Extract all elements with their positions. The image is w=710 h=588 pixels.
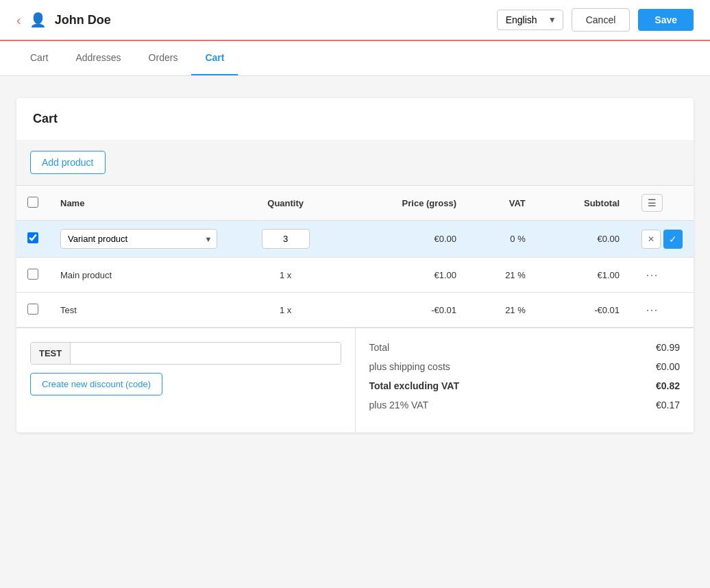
- col-price-header: Price (gross): [343, 186, 467, 221]
- shipping-value: €0.00: [656, 361, 680, 372]
- language-select[interactable]: English German French: [497, 10, 563, 30]
- row2-name-cell: Main product: [49, 258, 228, 293]
- row2-subtotal: €1.00: [597, 270, 620, 280]
- save-button[interactable]: Save: [638, 9, 694, 31]
- language-selector-wrapper: English German French ▼: [497, 10, 563, 30]
- header: ‹ 👤 John Doe English German French ▼ Can…: [0, 0, 710, 41]
- row1-price-cell: €0.00: [343, 221, 467, 258]
- col-quantity-header: Quantity: [228, 186, 343, 221]
- row3-checkbox[interactable]: [27, 304, 38, 315]
- back-button[interactable]: ‹: [16, 12, 21, 28]
- row1-checkbox-cell: [16, 221, 49, 258]
- total-excl-vat-value: €0.82: [656, 380, 680, 391]
- row1-actions-cell: ✕ ✓: [631, 221, 694, 258]
- row1-action-buttons: ✕ ✓: [641, 230, 683, 249]
- header-right: English German French ▼ Cancel Save: [497, 8, 694, 32]
- row2-quantity-cell: 1 x: [228, 258, 343, 293]
- row3-quantity: 1 x: [280, 305, 291, 315]
- row3-vat: 21 %: [505, 305, 526, 315]
- cancel-button[interactable]: Cancel: [572, 8, 631, 32]
- table-header-row: Name Quantity Price (gross) VAT Subtotal…: [16, 186, 694, 221]
- row1-price: €0.00: [434, 234, 457, 244]
- row1-subtotal-cell: €0.00: [537, 221, 631, 258]
- create-discount-button[interactable]: Create new discount (code): [30, 373, 162, 395]
- discount-code-input[interactable]: [71, 343, 340, 364]
- row2-vat: 21 %: [505, 270, 526, 280]
- row3-name-cell: Test: [49, 293, 228, 328]
- row3-more-button[interactable]: ⋯: [641, 301, 662, 319]
- row3-quantity-cell: 1 x: [228, 293, 343, 328]
- row1-cancel-button[interactable]: ✕: [641, 230, 661, 249]
- row2-price: €1.00: [434, 270, 457, 280]
- total-excl-vat-label: Total excluding VAT: [369, 380, 459, 391]
- row2-name: Main product: [60, 270, 112, 280]
- tab-addresses[interactable]: Addresses: [62, 41, 134, 75]
- row1-confirm-button[interactable]: ✓: [663, 230, 683, 249]
- row3-price: -€0.01: [431, 305, 456, 315]
- user-icon: 👤: [29, 12, 47, 28]
- discount-section: TEST Create new discount (code): [16, 328, 356, 432]
- vat-row: plus 21% VAT €0.17: [369, 400, 681, 411]
- cart-footer: TEST Create new discount (code) Total €0…: [16, 328, 694, 432]
- row3-subtotal-cell: -€0.01: [537, 293, 631, 328]
- tab-orders[interactable]: Orders: [135, 41, 192, 75]
- row2-checkbox[interactable]: [27, 269, 38, 280]
- row3-checkbox-cell: [16, 293, 49, 328]
- tab-bar: Cart Addresses Orders Cart: [0, 41, 710, 76]
- row2-more-button[interactable]: ⋯: [641, 266, 662, 284]
- row1-vat-cell: 0 %: [467, 221, 537, 258]
- column-options-button[interactable]: ☰: [641, 194, 663, 212]
- header-left: ‹ 👤 John Doe: [16, 12, 486, 28]
- row3-vat-cell: 21 %: [467, 293, 537, 328]
- row1-subtotal: €0.00: [597, 234, 620, 244]
- page-title: John Doe: [55, 13, 111, 27]
- row1-name-cell: Variant product ▼: [49, 221, 228, 258]
- cart-toolbar: Add product: [16, 140, 694, 185]
- table-row: Variant product ▼ €0.00 0 %: [16, 221, 694, 258]
- main-content: Cart Add product Name Quantity Price (gr…: [0, 76, 710, 454]
- table-row: Test 1 x -€0.01 21 % -€0.01 ⋯: [16, 293, 694, 328]
- col-name-header: Name: [49, 186, 228, 221]
- col-subtotal-header: Subtotal: [537, 186, 631, 221]
- cart-title: Cart: [16, 98, 694, 140]
- shipping-label: plus shipping costs: [369, 361, 450, 372]
- row2-checkbox-cell: [16, 258, 49, 293]
- add-product-button[interactable]: Add product: [30, 151, 106, 174]
- total-row: Total €0.99: [369, 342, 681, 353]
- cart-table: Name Quantity Price (gross) VAT Subtotal…: [16, 185, 694, 328]
- shipping-row: plus shipping costs €0.00: [369, 361, 681, 372]
- col-checkbox-header: [16, 186, 49, 221]
- row2-vat-cell: 21 %: [467, 258, 537, 293]
- table-row: Main product 1 x €1.00 21 % €1.00: [16, 258, 694, 293]
- col-options-header: ☰: [631, 186, 694, 221]
- row1-quantity-cell: [228, 221, 343, 258]
- row3-price-cell: -€0.01: [343, 293, 467, 328]
- total-value: €0.99: [656, 342, 680, 353]
- row3-actions-cell: ⋯: [631, 293, 694, 328]
- vat-value: €0.17: [656, 400, 680, 411]
- variant-wrapper: Variant product ▼: [60, 229, 217, 249]
- col-vat-header: VAT: [467, 186, 537, 221]
- row2-price-cell: €1.00: [343, 258, 467, 293]
- total-label: Total: [369, 342, 390, 353]
- cart-card: Cart Add product Name Quantity Price (gr…: [16, 98, 694, 432]
- row2-quantity: 1 x: [280, 270, 291, 280]
- tab-general[interactable]: Cart: [16, 41, 62, 75]
- row3-subtotal: -€0.01: [594, 305, 620, 315]
- discount-code-wrapper: TEST: [30, 342, 341, 365]
- totals-section: Total €0.99 plus shipping costs €0.00 To…: [356, 328, 694, 432]
- row2-actions-cell: ⋯: [631, 258, 694, 293]
- row1-checkbox[interactable]: [27, 232, 38, 243]
- row1-vat: 0 %: [510, 234, 525, 244]
- vat-label: plus 21% VAT: [369, 400, 429, 411]
- discount-code-label: TEST: [31, 343, 71, 364]
- row3-name: Test: [60, 305, 77, 315]
- tab-cart[interactable]: Cart: [191, 41, 238, 75]
- total-excl-vat-row: Total excluding VAT €0.82: [369, 380, 681, 391]
- variant-select[interactable]: Variant product: [60, 229, 217, 249]
- row1-quantity-input[interactable]: [262, 229, 310, 249]
- row2-subtotal-cell: €1.00: [537, 258, 631, 293]
- select-all-checkbox[interactable]: [27, 197, 38, 208]
